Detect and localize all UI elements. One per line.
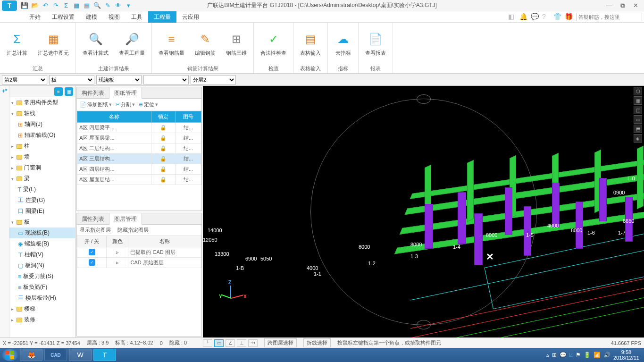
ribbon-btn-2-0[interactable]: ≡查看钢筋量 xyxy=(156,30,187,58)
axis-gizmo[interactable]: Z X Y xyxy=(217,286,245,314)
ribbon-btn-3-0[interactable]: ✓合法性检查 xyxy=(258,30,289,58)
tree-list-view-icon[interactable]: ≡ xyxy=(54,87,63,96)
prop-filter-0[interactable]: 显示指定图层 xyxy=(80,227,111,233)
prop-tab-0[interactable]: 属性列表 xyxy=(77,213,109,224)
tray-flag-icon[interactable]: ⚑ xyxy=(576,352,581,358)
qat-open-icon[interactable]: 📂 xyxy=(31,2,39,9)
tree-item-7[interactable]: 梁 xyxy=(9,173,75,184)
tray-wifi-icon[interactable]: 📶 xyxy=(594,352,601,358)
qat-sigma-icon[interactable]: Σ xyxy=(62,2,70,9)
gift-icon[interactable]: 🎁 xyxy=(565,13,573,21)
table-row[interactable]: A区 四层梁平...🔒结... xyxy=(77,123,201,133)
layer-row[interactable]: ✓▹已提取的 CAD 图层 xyxy=(77,247,201,257)
comp-tab-1[interactable]: 图纸管理 xyxy=(109,87,142,99)
floor-select[interactable]: 第2层 xyxy=(2,75,47,84)
comp-toolbar-btn-2[interactable]: ⊕定位 ▾ xyxy=(139,101,158,108)
table-row[interactable]: A区 屋面层梁...🔒结... xyxy=(77,133,201,143)
ribbon-btn-6-0[interactable]: 📄查看报表 xyxy=(362,30,389,58)
tray-volume-icon[interactable]: 🔊 xyxy=(603,352,611,358)
qat-search-icon[interactable]: 🔍 xyxy=(93,2,101,9)
menu-tab-1[interactable]: 工程设置 xyxy=(46,11,80,23)
ribbon-btn-1-1[interactable]: 🔎查看工程量 xyxy=(116,30,148,58)
tree-item-5[interactable]: 墙 xyxy=(9,152,75,162)
menu-tab-4[interactable]: 工具 xyxy=(125,11,148,23)
qat-region-icon[interactable]: ▦ xyxy=(73,2,80,9)
vp-tool-5[interactable]: ⬒ xyxy=(634,125,642,133)
tree-item-18[interactable]: 亖 楼层板带(H) xyxy=(9,293,75,303)
tree-item-16[interactable]: ≡ 板受力筋(S) xyxy=(9,271,75,282)
ribbon-btn-2-2[interactable]: ⊞钢筋三维 xyxy=(223,30,250,58)
component-tree[interactable]: ≡ ▦ 常用构件类型 轴线⊞ 轴网(J)⊞ 辅助轴线(O) 柱 墙 门窗洞 梁T… xyxy=(9,86,75,337)
table-row[interactable]: A区 屋面层结...🔒结... xyxy=(77,175,201,185)
qat-undo-icon[interactable]: ↶ xyxy=(42,2,49,9)
tree-item-11[interactable]: 板 xyxy=(9,217,75,227)
taskbar-gtj[interactable]: T xyxy=(93,349,116,361)
ribbon-btn-5-0[interactable]: ☁云指标 xyxy=(332,30,354,58)
snap-plus-icon[interactable]: +• xyxy=(248,339,258,347)
tree-item-1[interactable]: 轴线 xyxy=(9,108,75,119)
start-button[interactable] xyxy=(2,349,18,361)
taskbar-firefox[interactable]: 🦊 xyxy=(20,349,42,361)
ribbon-btn-0-0[interactable]: Σ汇总计算 xyxy=(4,30,30,58)
skin-icon[interactable]: ◧ xyxy=(508,13,517,21)
ribbon-btn-1-0[interactable]: 🔍查看计算式 xyxy=(80,30,111,58)
comp-toolbar-btn-0[interactable]: 📄添加图纸 ▾ xyxy=(80,101,112,108)
snap-perp-icon[interactable]: ⊥ xyxy=(237,339,246,347)
status-polyline[interactable]: 折线选择 xyxy=(303,338,331,347)
menu-tab-2[interactable]: 建模 xyxy=(80,11,103,23)
tree-item-17[interactable]: ≡ 板负筋(F) xyxy=(9,282,75,293)
tray-up-icon[interactable]: ▵ xyxy=(546,352,549,358)
help-search-input[interactable] xyxy=(576,13,642,21)
prop-filter-1[interactable]: 隐藏指定图层 xyxy=(117,227,149,233)
vp-tool-4[interactable]: ▭ xyxy=(634,115,642,124)
close-button[interactable]: ✕ xyxy=(631,2,640,9)
tray-wechat-icon[interactable]: 💬 xyxy=(560,352,567,358)
tray-battery-icon[interactable]: 🔋 xyxy=(584,352,591,358)
comp-tab-0[interactable]: 构件列表 xyxy=(77,87,109,98)
vp-tool-6[interactable]: ◈ xyxy=(634,134,642,143)
status-cross-layer[interactable]: 跨图层选择 xyxy=(264,338,297,347)
tree-item-6[interactable]: 门窗洞 xyxy=(9,162,75,173)
table-row[interactable]: A区 四层结构...🔒结... xyxy=(77,164,201,175)
3d-viewport[interactable]: ✕ 140001205013300690050501-B40001-11-280… xyxy=(203,86,644,337)
tray-windows-icon[interactable]: ⊞ xyxy=(552,352,557,358)
ribbon-btn-2-1[interactable]: ✎编辑钢筋 xyxy=(192,30,218,58)
subcategory-select[interactable]: 现浇板 xyxy=(96,75,142,84)
shirt-icon[interactable]: 👕 xyxy=(553,13,562,21)
qat-edit-icon[interactable]: ✎ xyxy=(104,2,111,9)
comp-toolbar-btn-1[interactable]: ✂分割 ▾ xyxy=(116,101,135,108)
tree-item-4[interactable]: 柱 xyxy=(9,141,75,152)
tree-item-0[interactable]: 常用构件类型 xyxy=(9,97,75,108)
minimize-button[interactable]: — xyxy=(604,2,614,9)
tree-item-13[interactable]: ◉ 螺旋板(B) xyxy=(9,238,75,249)
tree-item-12[interactable]: ▭ 现浇板(B) xyxy=(9,227,75,238)
chat-icon[interactable]: 💬 xyxy=(531,13,539,21)
ribbon-btn-4-0[interactable]: ▤表格输入 xyxy=(297,30,324,58)
menu-tab-6[interactable]: 云应用 xyxy=(176,11,205,23)
qat-redo-icon[interactable]: ↷ xyxy=(52,2,59,9)
vp-tool-2[interactable]: ▦ xyxy=(634,96,642,105)
help-icon[interactable]: ? xyxy=(542,13,551,21)
add-tool-icon[interactable]: +* xyxy=(0,86,9,94)
bell-icon[interactable]: 🔔 xyxy=(519,13,528,21)
snap-endpoint-icon[interactable]: └ xyxy=(203,339,212,347)
category-select[interactable]: 板 xyxy=(49,75,94,84)
taskbar-wps[interactable]: W xyxy=(69,349,92,361)
tree-item-15[interactable]: ▢ 板洞(N) xyxy=(9,260,75,271)
component-select[interactable] xyxy=(143,75,189,84)
menu-tab-5[interactable]: 工程量 xyxy=(148,11,176,23)
tree-item-10[interactable]: 口 圈梁(E) xyxy=(9,206,75,217)
prop-tab-1[interactable]: 图层管理 xyxy=(109,213,142,225)
qat-save-icon[interactable]: 💾 xyxy=(21,2,28,9)
vp-tool-1[interactable]: ⬡ xyxy=(634,87,642,95)
snap-angle-icon[interactable]: ∠ xyxy=(226,339,235,347)
vp-tool-3[interactable]: ◫ xyxy=(634,106,642,114)
tree-grid-view-icon[interactable]: ▦ xyxy=(65,87,73,96)
layer-select[interactable]: 分层2 xyxy=(191,75,236,84)
qat-eye-icon[interactable]: 👁 xyxy=(114,2,122,9)
snap-ortho-icon[interactable]: ▭ xyxy=(214,339,224,347)
maximize-button[interactable]: ⧉ xyxy=(618,2,627,9)
tree-item-2[interactable]: ⊞ 轴网(J) xyxy=(9,119,75,130)
table-row[interactable]: A区 三层结构...🔒结... xyxy=(77,154,201,164)
tree-item-8[interactable]: T 梁(L) xyxy=(9,184,75,195)
